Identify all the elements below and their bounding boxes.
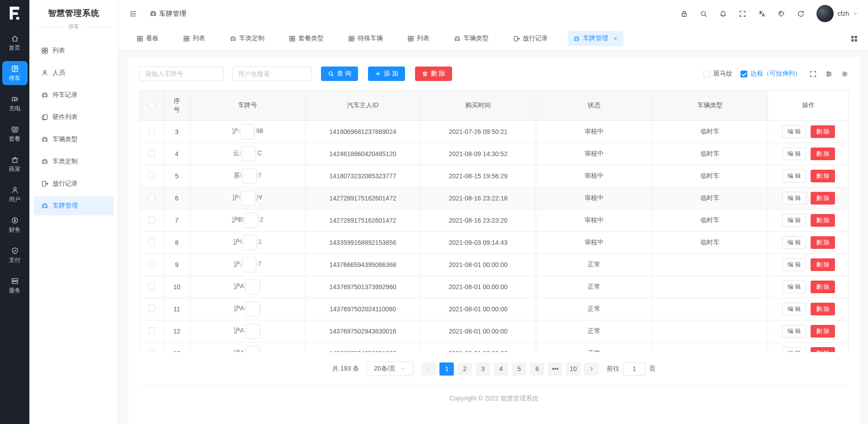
row-checkbox[interactable] <box>148 194 155 201</box>
content: 查 询 添 加 删 除 斑马纹 <box>118 50 868 424</box>
rail-item-merchant[interactable]: 商家 <box>2 152 28 176</box>
row-checkbox[interactable] <box>148 349 155 353</box>
next-page-button[interactable] <box>584 362 599 376</box>
tab-车牌管理-8[interactable]: 车牌管理 <box>568 31 623 46</box>
row-delete-button[interactable]: 删 除 <box>811 303 835 315</box>
row-delete-button[interactable]: 删 除 <box>811 214 835 227</box>
goto-page-input[interactable] <box>623 362 646 376</box>
column-sort-icon[interactable] <box>825 70 833 78</box>
row-edit-button[interactable]: 编 辑 <box>782 192 807 205</box>
sidebar-item-vehicle-custom[interactable]: 车类定制 <box>34 152 113 171</box>
sidebar-item-vehicle-type[interactable]: 车辆类型 <box>34 130 113 149</box>
select-all-checkbox[interactable] <box>148 101 155 108</box>
row-checkbox[interactable] <box>148 283 155 290</box>
rail-item-label: 首页 <box>9 45 21 51</box>
page-button-5[interactable]: 5 <box>512 362 526 376</box>
topbar-fullscreen-icon[interactable] <box>739 10 746 18</box>
search-button[interactable]: 查 询 <box>321 67 358 81</box>
add-button[interactable]: 添 加 <box>368 67 405 81</box>
tab-layout-grid-icon[interactable] <box>850 35 858 43</box>
row-delete-button[interactable]: 删 除 <box>811 325 835 338</box>
row-delete-button[interactable]: 删 除 <box>811 347 835 353</box>
rail-item-charge[interactable]: 充电 <box>2 91 28 115</box>
tab-套餐类型-3[interactable]: 套餐类型 <box>284 31 328 46</box>
plate-number: 沪A71 <box>234 327 261 334</box>
row-edit-button[interactable]: 编 辑 <box>782 125 807 138</box>
fullscreen-table-icon[interactable] <box>809 70 817 78</box>
tab-列表-5[interactable]: 列表 <box>403 31 434 46</box>
row-checkbox[interactable] <box>148 150 155 157</box>
row-edit-button[interactable]: 编 辑 <box>782 214 807 227</box>
tab-车辆类型-6[interactable]: 车辆类型 <box>449 31 493 46</box>
row-delete-button[interactable]: 删 除 <box>811 125 835 138</box>
page-button-3[interactable]: 3 <box>476 362 490 376</box>
app-logo[interactable] <box>6 5 24 23</box>
topbar-search-icon[interactable] <box>700 10 708 18</box>
page-button-1[interactable]: 1 <box>439 362 454 376</box>
row-checkbox[interactable] <box>148 305 155 312</box>
tab-close-icon[interactable] <box>613 36 618 41</box>
sidebar-item-plate-management[interactable]: 车牌管理 <box>34 196 113 215</box>
tab-列表-1[interactable]: 列表 <box>179 31 210 46</box>
rail-item-finance[interactable]: 财务 <box>2 213 28 237</box>
rail-item-home[interactable]: 首页 <box>2 31 28 55</box>
sidebar-item-parking-records[interactable]: 停车记录 <box>34 86 113 105</box>
tab-车类定制-2[interactable]: 车类定制 <box>225 31 269 46</box>
topbar-tag-icon[interactable] <box>778 10 785 18</box>
collapse-sidebar-button[interactable] <box>129 10 137 18</box>
page-button-6[interactable]: 6 <box>530 362 544 376</box>
rail-item-package[interactable]: VIP套餐 <box>2 122 28 146</box>
border-checkbox[interactable]: 边框（可拉伸列） <box>741 70 801 78</box>
row-edit-button[interactable]: 编 辑 <box>782 325 807 338</box>
row-edit-button[interactable]: 编 辑 <box>782 347 807 353</box>
row-delete-button[interactable]: 删 除 <box>811 148 835 160</box>
row-delete-button[interactable]: 删 除 <box>811 170 835 182</box>
table-settings-gear-icon[interactable] <box>841 70 849 78</box>
tab-看板-0[interactable]: 看板 <box>132 31 163 46</box>
plate-search-input[interactable] <box>139 67 223 81</box>
plate-management-panel: 查 询 添 加 删 除 斑马纹 <box>128 57 859 424</box>
delete-button[interactable]: 删 除 <box>415 67 452 81</box>
row-checkbox[interactable] <box>148 128 155 134</box>
total-count: 共 193 条 <box>332 365 359 373</box>
row-delete-button[interactable]: 删 除 <box>811 281 835 293</box>
row-edit-button[interactable]: 编 辑 <box>782 258 807 271</box>
row-delete-button[interactable]: 删 除 <box>811 192 835 205</box>
row-checkbox[interactable] <box>148 172 155 179</box>
sidebar-item-release-records[interactable]: 放行记录 <box>34 174 113 193</box>
page-size-select[interactable]: 20条/页 <box>366 362 413 376</box>
rail-item-parking[interactable]: 停车 <box>2 61 28 85</box>
sidebar-item-hardware-list[interactable]: 硬件列表 <box>34 108 113 127</box>
tab-放行记录-7[interactable]: 放行记录 <box>509 31 552 46</box>
row-edit-button[interactable]: 编 辑 <box>782 303 807 315</box>
sidebar-item-list[interactable]: 列表 <box>34 41 113 60</box>
page-button-2[interactable]: 2 <box>458 362 472 376</box>
row-checkbox[interactable] <box>148 216 155 223</box>
topbar-bell-icon[interactable] <box>719 10 727 18</box>
topbar-refresh-icon[interactable] <box>797 10 805 18</box>
row-edit-button[interactable]: 编 辑 <box>782 148 807 160</box>
row-edit-button[interactable]: 编 辑 <box>782 236 807 249</box>
pager-ellipsis[interactable]: ••• <box>548 362 562 376</box>
zebra-checkbox[interactable]: 斑马纹 <box>703 70 732 78</box>
rail-item-user[interactable]: 用户 <box>2 182 28 206</box>
rail-item-pay[interactable]: 支付 <box>2 243 28 267</box>
topbar-lock-icon[interactable] <box>680 10 688 18</box>
row-checkbox[interactable] <box>148 238 155 245</box>
username-search-input[interactable] <box>232 67 312 81</box>
tab-特殊车辆-4[interactable]: 特殊车辆 <box>344 31 387 46</box>
user-menu[interactable]: cfzh <box>816 5 858 22</box>
page-button-10[interactable]: 10 <box>566 362 580 376</box>
row-checkbox[interactable] <box>148 327 155 334</box>
row-edit-button[interactable]: 编 辑 <box>782 170 807 182</box>
sidebar-item-staff[interactable]: 人员 <box>34 63 113 82</box>
row-checkbox[interactable] <box>148 261 155 267</box>
goto-page: 前往 页 <box>607 362 656 376</box>
page-button-4[interactable]: 4 <box>494 362 508 376</box>
row-edit-button[interactable]: 编 辑 <box>782 281 807 293</box>
row-delete-button[interactable]: 删 除 <box>811 258 835 271</box>
rail-item-service[interactable]: 服务 <box>2 273 28 297</box>
row-delete-button[interactable]: 删 除 <box>811 236 835 249</box>
prev-page-button[interactable] <box>421 362 436 376</box>
topbar-translate-icon[interactable] <box>758 10 766 18</box>
